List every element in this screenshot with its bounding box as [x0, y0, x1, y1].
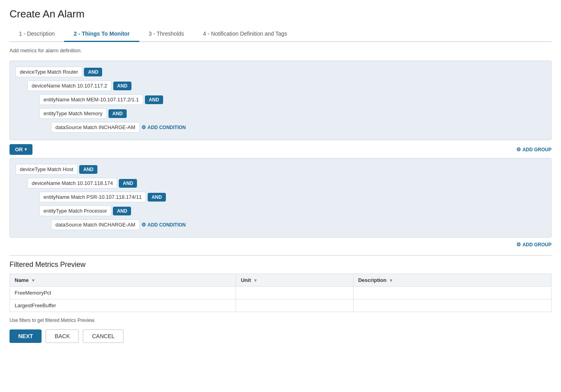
condition-row: dataSource Match INCHARGE-AM ADD CONDITI… [51, 219, 546, 230]
cell-name: LargestFreeBuffer [10, 299, 236, 312]
condition-pill: entityType Match Memory [39, 108, 107, 119]
tab-thresholds[interactable]: 3 - Thresholds [139, 27, 194, 42]
page-container: Create An Alarm 1 - Description 2 - Thin… [0, 0, 561, 392]
footer-note: Use filters to get filtered Metrics Prev… [10, 318, 551, 323]
condition-group-1: deviceType Match Router AND deviceName M… [10, 61, 551, 140]
condition-row: deviceName Match 10.107.117.2 AND [27, 80, 546, 91]
table-row: LargestFreeBuffer [10, 299, 551, 312]
cell-description [353, 287, 551, 299]
condition-pill: dataSource Match INCHARGE-AM [51, 122, 140, 133]
section-divider [10, 255, 551, 256]
add-group-link-2[interactable]: ADD GROUP [516, 242, 551, 247]
next-button[interactable]: NEXT [10, 329, 42, 343]
add-group-link-1[interactable]: ADD GROUP [516, 147, 551, 152]
and-badge[interactable]: AND [113, 207, 131, 215]
condition-row: entityName Match PSR-10.107.118.174/11 A… [39, 192, 546, 202]
cell-name: FreeMemoryPct [10, 287, 236, 299]
condition-pill: entityName Match PSR-10.107.118.174/11 [39, 192, 146, 202]
tab-notification[interactable]: 4 - Notification Definition and Tags [194, 27, 297, 42]
preview-heading: Filtered Metrics Preview [10, 261, 551, 269]
unit-filter-icon[interactable]: ▼ [253, 278, 258, 283]
or-row-1: OR ADD GROUP [10, 144, 551, 155]
name-filter-icon[interactable]: ▼ [31, 278, 35, 283]
tab-things-to-monitor[interactable]: 2 - Things To Monitor [64, 27, 139, 42]
and-badge[interactable]: AND [108, 109, 127, 118]
and-badge[interactable]: AND [119, 179, 137, 188]
condition-pill: deviceType Match Host [15, 164, 78, 175]
condition-row: dataSource Match INCHARGE-AM ADD CONDITI… [51, 122, 546, 133]
add-condition-link-1[interactable]: ADD CONDITION [141, 124, 186, 130]
condition-row: entityName Match MEM-10.107.117.2/1.1 AN… [39, 94, 546, 105]
cell-unit [236, 299, 353, 312]
condition-row: deviceType Match Router AND [15, 67, 546, 77]
and-badge[interactable]: AND [113, 82, 131, 90]
preview-table: Name ▼ Unit ▼ Description ▼ [10, 274, 551, 312]
table-row: FreeMemoryPct [10, 287, 551, 299]
cell-unit [236, 287, 353, 299]
condition-pill: deviceName Match 10.107.118.174 [27, 178, 117, 188]
tab-description[interactable]: 1 - Description [10, 27, 64, 42]
page-title: Create An Alarm [10, 8, 551, 20]
condition-row: entityType Match Memory AND [39, 108, 546, 119]
and-badge[interactable]: AND [84, 68, 102, 76]
or-row-2: ADD GROUP [10, 242, 551, 247]
and-badge[interactable]: AND [79, 165, 97, 174]
th-name: Name ▼ [10, 274, 236, 287]
add-condition-link-2[interactable]: ADD CONDITION [141, 222, 186, 228]
condition-group-2: deviceType Match Host AND deviceName Mat… [10, 158, 551, 238]
condition-row: deviceType Match Host AND [15, 164, 546, 175]
description-filter-icon[interactable]: ▼ [389, 278, 393, 283]
th-unit: Unit ▼ [236, 274, 353, 287]
back-button[interactable]: BACK [46, 329, 79, 343]
and-badge[interactable]: AND [145, 95, 163, 104]
condition-pill: entityType Match Processor [39, 206, 111, 216]
condition-pill: deviceType Match Router [15, 67, 82, 77]
condition-pill: dataSource Match INCHARGE-AM [51, 219, 140, 230]
condition-pill: deviceName Match 10.107.117.2 [27, 80, 112, 91]
page-subtitle: Add metrics for alarm definition. [10, 48, 551, 53]
condition-pill: entityName Match MEM-10.107.117.2/1.1 [39, 94, 143, 105]
condition-row: deviceName Match 10.107.118.174 AND [27, 178, 546, 188]
or-button[interactable]: OR [10, 144, 32, 155]
footer-buttons: NEXT BACK CANCEL [10, 329, 551, 343]
th-description: Description ▼ [353, 274, 551, 287]
table-header-row: Name ▼ Unit ▼ Description ▼ [10, 274, 551, 287]
tabs-bar: 1 - Description 2 - Things To Monitor 3 … [10, 27, 551, 42]
cancel-button[interactable]: CANCEL [83, 329, 124, 343]
condition-row: entityType Match Processor AND [39, 206, 546, 216]
cell-description [353, 299, 551, 312]
and-badge[interactable]: AND [148, 193, 166, 202]
